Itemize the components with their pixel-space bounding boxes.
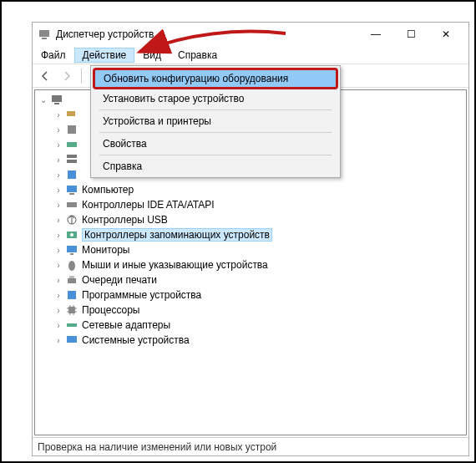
device-icon	[65, 123, 78, 136]
menu-properties[interactable]: Свойства	[93, 135, 338, 153]
mouse-icon	[65, 258, 78, 272]
statusbar: Проверка на наличие изменений или новых …	[33, 437, 468, 455]
svg-rect-1	[39, 30, 49, 37]
expander-icon[interactable]: ›	[53, 201, 63, 210]
tree-item-network[interactable]: ›Сетевые адаптеры	[35, 318, 466, 333]
expander-icon[interactable]: ›	[53, 186, 63, 195]
svg-rect-18	[67, 246, 77, 252]
menubar: Файл Действие Вид Справка	[33, 46, 468, 64]
menu-view[interactable]: Вид	[134, 48, 170, 63]
tree-item-software[interactable]: ›Программные устройства	[35, 287, 466, 303]
action-dropdown: Обновить конфигурацию оборудования Устан…	[90, 65, 341, 178]
device-icon	[65, 153, 78, 166]
svg-rect-8	[67, 142, 77, 147]
printer-icon	[65, 273, 78, 287]
tree-item-mouse[interactable]: ›Мыши и иные указывающие устройства	[35, 257, 466, 272]
expander-icon[interactable]: ›	[53, 125, 63, 135]
tree-item-monitors[interactable]: ›Мониторы	[35, 242, 466, 257]
tree-item-storage[interactable]: ›Контроллеры запоминающих устройств	[35, 227, 466, 242]
svg-point-17	[70, 233, 73, 237]
svg-rect-2	[42, 38, 47, 39]
computer-root-icon	[50, 93, 63, 106]
back-button[interactable]	[36, 67, 54, 85]
svg-rect-23	[68, 291, 76, 299]
cpu-icon	[65, 303, 78, 317]
expander-icon[interactable]: ›	[53, 336, 63, 345]
menu-help[interactable]: Справка	[93, 157, 338, 176]
menu-separator	[99, 155, 332, 155]
expander-icon[interactable]: ›	[53, 155, 63, 165]
close-button[interactable]: ✕	[428, 23, 463, 46]
expander-icon[interactable]: ›	[53, 276, 63, 285]
menu-action[interactable]: Действие	[74, 48, 135, 63]
expander-icon[interactable]: ›	[53, 306, 63, 315]
status-text: Проверка на наличие изменений или новых …	[38, 441, 276, 453]
expander-icon[interactable]: ›	[53, 246, 63, 255]
forward-button[interactable]	[58, 67, 76, 85]
minimize-button[interactable]: —	[358, 23, 393, 46]
storage-icon	[65, 228, 78, 242]
tree-item-computer[interactable]: ›Компьютер	[35, 182, 466, 197]
tree-item-print[interactable]: ›Очереди печати	[35, 272, 466, 287]
svg-rect-7	[68, 125, 76, 134]
device-icon	[65, 108, 78, 121]
svg-rect-14	[67, 202, 77, 207]
svg-rect-22	[69, 276, 74, 278]
svg-point-20	[68, 261, 75, 271]
software-icon	[65, 288, 78, 302]
menu-separator	[99, 132, 332, 133]
computer-icon	[65, 183, 78, 196]
titlebar: Диспетчер устройств — ☐ ✕	[33, 23, 468, 46]
menu-file[interactable]: Файл	[33, 48, 74, 63]
svg-rect-10	[67, 160, 77, 163]
tree-item-system[interactable]: ›Системные устройства	[35, 333, 466, 348]
window-title: Диспетчер устройств	[56, 28, 358, 40]
svg-rect-4	[52, 95, 62, 102]
device-icon	[65, 138, 78, 151]
svg-rect-25	[67, 323, 77, 327]
menu-install-legacy[interactable]: Установить старое устройство	[93, 89, 338, 108]
device-manager-icon	[38, 28, 51, 41]
svg-rect-9	[67, 155, 77, 158]
svg-rect-12	[67, 186, 77, 192]
menu-devices-printers[interactable]: Устройства и принтеры	[93, 112, 338, 130]
menu-separator	[99, 109, 332, 110]
ide-icon	[65, 198, 78, 211]
svg-rect-13	[69, 193, 74, 195]
expander-icon[interactable]: ›	[53, 140, 63, 150]
usb-icon	[65, 213, 78, 226]
menu-help[interactable]: Справка	[170, 48, 225, 63]
expander-icon[interactable]: ⌄	[38, 95, 48, 104]
system-icon	[65, 333, 78, 347]
svg-rect-5	[54, 103, 59, 104]
svg-rect-11	[68, 170, 76, 179]
tree-item-cpu[interactable]: ›Процессоры	[35, 303, 466, 318]
tree-item-ide[interactable]: ›Контроллеры IDE ATA/ATAPI	[35, 197, 466, 212]
expander-icon[interactable]: ›	[53, 170, 63, 180]
svg-rect-6	[67, 111, 75, 116]
menu-update-hardware[interactable]: Обновить конфигурацию оборудования	[93, 68, 338, 89]
expander-icon[interactable]: ›	[53, 291, 63, 300]
expander-icon[interactable]: ›	[53, 261, 63, 270]
expander-icon[interactable]: ›	[53, 216, 63, 225]
expander-icon[interactable]: ›	[53, 231, 63, 240]
svg-rect-26	[67, 336, 77, 343]
expander-icon[interactable]: ›	[53, 321, 63, 330]
monitor-icon	[65, 243, 78, 257]
svg-rect-24	[68, 307, 75, 313]
tree-item-usb[interactable]: ›Контроллеры USB	[35, 212, 466, 227]
svg-rect-19	[70, 253, 73, 255]
device-icon	[65, 168, 78, 181]
expander-icon[interactable]: ›	[53, 110, 63, 120]
network-icon	[65, 318, 78, 332]
svg-rect-21	[68, 278, 76, 283]
maximize-button[interactable]: ☐	[393, 23, 428, 46]
